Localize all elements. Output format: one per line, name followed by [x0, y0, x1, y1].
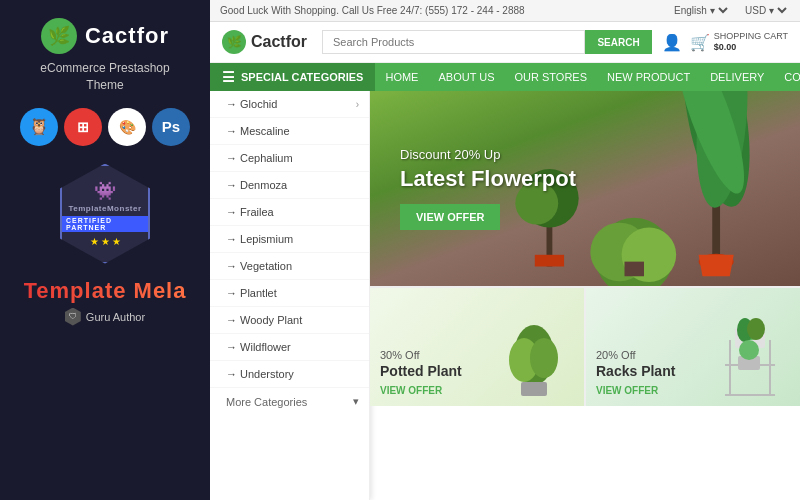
- promo-title-2: Racks Plant: [596, 363, 790, 379]
- guru-shield-icon: 🛡: [65, 308, 81, 326]
- sidebar-logo-text: Cactfor: [85, 23, 169, 49]
- search-button[interactable]: SEARCH: [585, 30, 651, 54]
- svg-rect-12: [535, 255, 564, 267]
- hero-text: Discount 20% Up Latest Flowerpot VIEW OF…: [370, 127, 606, 250]
- dropdown-item[interactable]: → Cephalium: [210, 145, 369, 172]
- header-leaf-icon: 🌿: [222, 30, 246, 54]
- dropdown-item[interactable]: → Wildflower: [210, 334, 369, 361]
- dropdown-item[interactable]: → Understory: [210, 361, 369, 388]
- leaf-icon: 🌿: [41, 18, 77, 54]
- dropdown-item[interactable]: → Frailea: [210, 199, 369, 226]
- icon-owl: 🦉: [20, 108, 58, 146]
- promo-title-1: Potted Plant: [380, 363, 574, 379]
- dropdown-item[interactable]: → Woody Plant: [210, 307, 369, 334]
- dropdown-item[interactable]: → Lepismium: [210, 226, 369, 253]
- hexagon-badge: 👾 TemplateMonster CERTIFIED PARTNER ★ ★ …: [60, 164, 150, 264]
- svg-rect-8: [625, 262, 645, 277]
- hero-banner: Discount 20% Up Latest Flowerpot VIEW OF…: [370, 91, 800, 286]
- search-input[interactable]: [322, 30, 585, 54]
- certified-band: CERTIFIED PARTNER: [62, 216, 148, 232]
- categories-menu[interactable]: ☰ SPECIAL CATEGORIES: [210, 63, 375, 91]
- sidebar: 🌿 Cactfor eCommerce PrestashopTheme 🦉 ⊞ …: [0, 0, 210, 500]
- currency-select[interactable]: USD ▾: [741, 4, 790, 17]
- star-3: ★: [112, 236, 121, 247]
- star-2: ★: [101, 236, 110, 247]
- topbar-right: English ▾ USD ▾: [670, 4, 790, 17]
- dropdown-item[interactable]: → Denmoza: [210, 172, 369, 199]
- tm-brand-text: TemplateMonster: [68, 204, 141, 213]
- promo-link-2[interactable]: VIEW OFFER: [596, 385, 790, 396]
- svg-point-25: [747, 318, 765, 340]
- hero-area: Discount 20% Up Latest Flowerpot VIEW OF…: [370, 91, 800, 500]
- main-content: Good Luck With Shopping. Call Us Free 24…: [210, 0, 800, 500]
- top-bar: Good Luck With Shopping. Call Us Free 24…: [210, 0, 800, 22]
- cart-icon: 🛒: [690, 33, 710, 52]
- stars-row: ★ ★ ★: [90, 236, 121, 247]
- dropdown-item[interactable]: → Plantlet: [210, 280, 369, 307]
- sidebar-tech-icons: 🦉 ⊞ 🎨 Ps: [20, 108, 190, 146]
- language-select[interactable]: English ▾: [670, 4, 731, 17]
- user-icon[interactable]: 👤: [662, 33, 682, 52]
- promo-discount-2: 20% Off: [596, 349, 790, 361]
- hero-cta-button[interactable]: VIEW OFFER: [400, 204, 500, 230]
- icon-responsive: ⊞: [64, 108, 102, 146]
- star-1: ★: [90, 236, 99, 247]
- dropdown-item[interactable]: → Glochid ›: [210, 91, 369, 118]
- tm-badge: 👾 TemplateMonster CERTIFIED PARTNER ★ ★ …: [60, 164, 150, 264]
- promo-card-2: 20% Off Racks Plant VIEW OFFER: [586, 288, 800, 406]
- icon-joomla: 🎨: [108, 108, 146, 146]
- promo-link-1[interactable]: VIEW OFFER: [380, 385, 574, 396]
- arrow-icon: ›: [356, 99, 359, 110]
- hero-discount: Discount 20% Up: [400, 147, 576, 162]
- cart-amount: $0.00: [714, 42, 788, 53]
- cart-area[interactable]: 🛒 SHOPPING CART $0.00: [690, 31, 788, 53]
- nav-delivery[interactable]: DELIVERY: [700, 63, 774, 91]
- header-logo-text: Cactfor: [251, 33, 307, 51]
- dropdown-menu: → Glochid › → Mescaline → Cephalium → De…: [210, 91, 370, 500]
- promo-card-1: 30% Off Potted Plant VIEW OFFER: [370, 288, 586, 406]
- nav-about[interactable]: ABOUT US: [428, 63, 504, 91]
- tm-logo-icon: 👾: [94, 180, 116, 202]
- content-area: → Glochid › → Mescaline → Cephalium → De…: [210, 91, 800, 500]
- more-categories[interactable]: More Categories ▾: [210, 388, 369, 415]
- categories-label: SPECIAL CATEGORIES: [241, 71, 363, 83]
- promo-row: 30% Off Potted Plant VIEW OFFER: [370, 286, 800, 406]
- nav-links: HOME ABOUT US OUR STORES NEW PRODUCT DEL…: [375, 63, 800, 91]
- nav-stores[interactable]: OUR STORES: [504, 63, 597, 91]
- icon-ps: Ps: [152, 108, 190, 146]
- nav-new-product[interactable]: NEW PRODUCT: [597, 63, 700, 91]
- sidebar-logo: 🌿 Cactfor: [41, 18, 169, 54]
- navigation: ☰ SPECIAL CATEGORIES HOME ABOUT US OUR S…: [210, 63, 800, 91]
- nav-home[interactable]: HOME: [375, 63, 428, 91]
- hero-title: Latest Flowerpot: [400, 166, 576, 192]
- guru-author-label: Guru Author: [86, 311, 145, 323]
- more-arrow-icon: ▾: [353, 395, 359, 408]
- header: 🌿 Cactfor SEARCH 👤 🛒 SHOPPING CART $0.00: [210, 22, 800, 63]
- search-wrapper: SEARCH: [322, 30, 652, 54]
- dropdown-item[interactable]: → Vegetation: [210, 253, 369, 280]
- cart-label: SHOPPING CART: [714, 31, 788, 42]
- template-mela-logo: Template Mela: [24, 278, 187, 304]
- sidebar-subtitle: eCommerce PrestashopTheme: [40, 60, 169, 94]
- promo-content-2: 20% Off Racks Plant VIEW OFFER: [596, 349, 790, 396]
- nav-contact[interactable]: CONTACT US: [774, 63, 800, 91]
- guru-author: 🛡 Guru Author: [65, 308, 145, 326]
- promo-content-1: 30% Off Potted Plant VIEW OFFER: [380, 349, 574, 396]
- dropdown-item[interactable]: → Mescaline: [210, 118, 369, 145]
- promo-discount-1: 30% Off: [380, 349, 574, 361]
- cart-text: SHOPPING CART $0.00: [714, 31, 788, 53]
- header-icons: 👤 🛒 SHOPPING CART $0.00: [662, 31, 788, 53]
- topbar-message: Good Luck With Shopping. Call Us Free 24…: [220, 5, 525, 16]
- header-logo: 🌿 Cactfor: [222, 30, 312, 54]
- hamburger-icon: ☰: [222, 69, 235, 85]
